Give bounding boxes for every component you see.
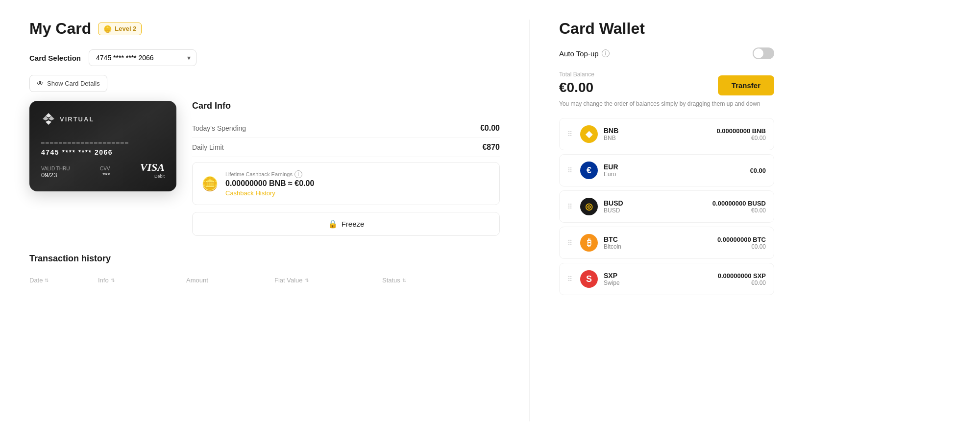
coin-icon: ◆ — [580, 125, 598, 143]
total-balance-value: €0.00 — [559, 80, 594, 95]
coin-amount: 0.00000000 BTC — [717, 236, 766, 243]
coin-name: Euro — [604, 171, 744, 178]
cashback-history-link[interactable]: Cashback History — [225, 189, 275, 197]
coin-balance: 0.00000000 BNB €0.00 — [717, 127, 766, 141]
daily-limit-label: Daily Limit — [192, 143, 224, 151]
todays-spending-label: Today's Spending — [192, 124, 246, 132]
daily-limit-value: €870 — [482, 143, 500, 152]
coin-info: SXP Swipe — [604, 272, 712, 286]
coin-icon: ₿ — [580, 234, 598, 252]
transfer-button[interactable]: Transfer — [718, 75, 774, 95]
coin-info: EUR Euro — [604, 163, 744, 178]
auto-topup-toggle[interactable] — [753, 47, 774, 59]
col-amount[interactable]: Amount — [186, 277, 274, 284]
col-fiat-value[interactable]: Fiat Value ⇅ — [274, 277, 382, 284]
visa-label: VISA — [140, 161, 165, 174]
auto-topup-info-icon[interactable]: i — [602, 49, 610, 57]
drag-handle[interactable]: ⠿ — [567, 130, 572, 138]
card-info: Card Info Today's Spending €0.00 Daily L… — [192, 101, 500, 236]
col-info[interactable]: Info ⇅ — [98, 277, 186, 284]
page-title: My Card — [29, 20, 91, 38]
drag-handle[interactable]: ⠿ — [567, 166, 572, 174]
card-and-info: VIRTUAL ━━━━━━━━━━━━━━━━━━━━ 4745 **** *… — [29, 101, 500, 236]
svg-marker-0 — [46, 113, 51, 117]
card-top: VIRTUAL — [41, 112, 165, 126]
card-valid-section: VALID THRU 09/23 — [41, 166, 70, 179]
wallet-list: ⠿ ◆ BNB BNB 0.00000000 BNB €0.00 ⠿ € EUR… — [559, 118, 774, 295]
drag-handle[interactable]: ⠿ — [567, 275, 572, 283]
visa-debit: Debit — [140, 174, 165, 179]
coin-symbol: BNB — [604, 127, 711, 135]
col-date[interactable]: Date ⇅ — [29, 277, 98, 284]
cashback-content: Lifetime Cashback Earnings i 0.00000000 … — [225, 170, 314, 197]
transaction-history-title: Transaction history — [29, 254, 500, 264]
coin-eur-value: €0.00 — [718, 279, 766, 286]
balance-transfer-row: Total Balance €0.00 Transfer — [559, 71, 774, 95]
col-status[interactable]: Status ⇅ — [382, 277, 470, 284]
coin-icon: € — [580, 162, 598, 179]
table-header: Date ⇅ Info ⇅ Amount Fiat Value ⇅ Status… — [29, 272, 500, 289]
balance-note: You may change the order of balances sim… — [559, 99, 774, 108]
coin-icon: ◎ — [580, 198, 598, 215]
coin-name: Swipe — [604, 279, 712, 286]
wallet-item: ⠿ S SXP Swipe 0.00000000 SXP €0.00 — [559, 263, 774, 295]
card-number-masked: ━━━━━━━━━━━━━━━━━━━━ — [41, 140, 165, 146]
todays-spending-row: Today's Spending €0.00 — [192, 119, 500, 138]
coin-balance: 0.00000000 SXP €0.00 — [718, 272, 766, 286]
sort-status-icon: ⇅ — [402, 278, 406, 283]
auto-topup-row: Auto Top-up i — [559, 47, 774, 59]
coin-info: BTC Bitcoin — [604, 235, 711, 250]
coin-info: BNB BNB — [604, 127, 711, 141]
wallet-item: ⠿ € EUR Euro €0.00 — [559, 154, 774, 186]
virtual-card: VIRTUAL ━━━━━━━━━━━━━━━━━━━━ 4745 **** *… — [29, 101, 176, 191]
daily-limit-row: Daily Limit €870 — [192, 138, 500, 157]
todays-spending-value: €0.00 — [480, 124, 500, 133]
coin-info: BUSD BUSD — [604, 199, 707, 214]
card-selection-label: Card Selection — [29, 54, 81, 62]
coin-eur-value: €0.00 — [712, 207, 766, 214]
card-valid-label: VALID THRU — [41, 166, 70, 171]
coin-amount: 0.00000000 SXP — [718, 272, 766, 279]
sort-info-icon: ⇅ — [111, 278, 115, 283]
page-header: My Card 🪙 Level 2 — [29, 20, 500, 38]
balance-section: Total Balance €0.00 — [559, 71, 594, 95]
cashback-icon: 🪙 — [201, 176, 219, 192]
wallet-item: ⠿ ◆ BNB BNB 0.00000000 BNB €0.00 — [559, 118, 774, 150]
visa-section: VISA Debit — [140, 161, 165, 179]
card-valid-date: 09/23 — [41, 171, 70, 179]
card-cvv-section: CVV *** — [100, 166, 110, 179]
coin-eur-value: €0.00 — [717, 135, 766, 141]
wallet-item: ⠿ ◎ BUSD BUSD 0.00000000 BUSD €0.00 — [559, 190, 774, 223]
lock-icon: 🔒 — [328, 219, 338, 229]
coin-name: BUSD — [604, 207, 707, 214]
card-select-dropdown[interactable]: 4745 **** **** 2066 — [89, 49, 196, 66]
right-panel: Card Wallet Auto Top-up i Total Balance … — [529, 20, 774, 421]
coin-balance: €0.00 — [750, 167, 766, 174]
coin-icon: S — [580, 270, 598, 288]
left-panel: My Card 🪙 Level 2 Card Selection 4745 **… — [29, 20, 500, 421]
coin-name: BNB — [604, 135, 711, 141]
coin-symbol: SXP — [604, 272, 712, 279]
level-label: Level 2 — [115, 25, 136, 32]
card-selection-row: Card Selection 4745 **** **** 2066 — [29, 49, 500, 66]
drag-handle[interactable]: ⠿ — [567, 239, 572, 247]
cashback-info-icon[interactable]: i — [294, 170, 302, 178]
coin-balance: 0.00000000 BTC €0.00 — [717, 236, 766, 250]
coin-symbol: BTC — [604, 235, 711, 243]
show-details-button[interactable]: 👁 Show Card Details — [29, 75, 107, 92]
cashback-box: 🪙 Lifetime Cashback Earnings i 0.0000000… — [192, 162, 500, 205]
freeze-label: Freeze — [342, 220, 365, 228]
card-cvv-value: *** — [100, 171, 110, 179]
coin-name: Bitcoin — [604, 243, 711, 250]
binance-logo — [41, 112, 56, 126]
sort-fiat-icon: ⇅ — [305, 278, 309, 283]
level-badge: 🪙 Level 2 — [98, 23, 142, 35]
freeze-button[interactable]: 🔒 Freeze — [192, 212, 500, 236]
sort-date-icon: ⇅ — [45, 278, 49, 283]
coin-balance: 0.00000000 BUSD €0.00 — [712, 200, 766, 214]
right-title: Card Wallet — [559, 20, 774, 38]
drag-handle[interactable]: ⠿ — [567, 203, 572, 210]
card-number: 4745 **** **** 2066 — [41, 148, 165, 156]
coin-amount: 0.00000000 BNB — [717, 127, 766, 135]
transaction-history-section: Transaction history Date ⇅ Info ⇅ Amount… — [29, 254, 500, 289]
